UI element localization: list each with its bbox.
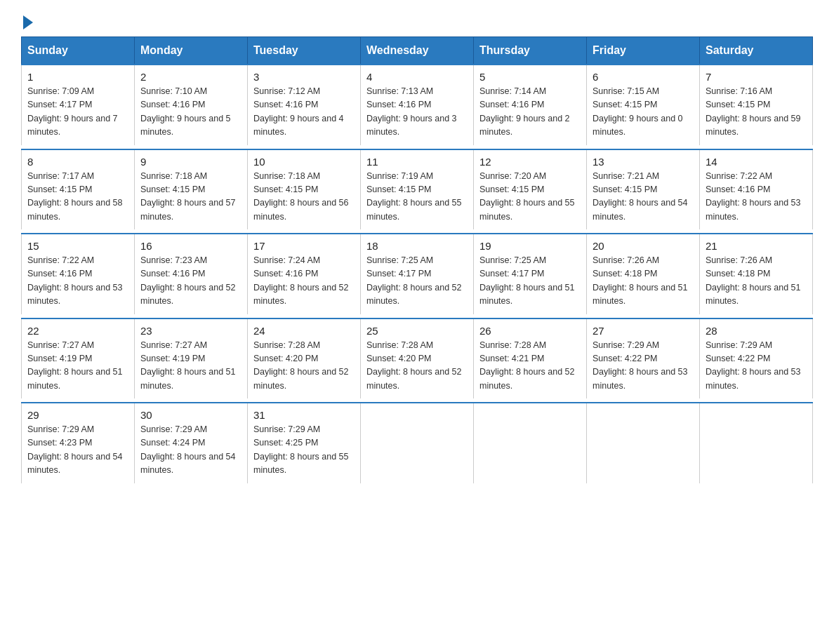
calendar-cell: 30Sunrise: 7:29 AMSunset: 4:24 PMDayligh… [135,403,248,483]
day-number: 10 [253,156,355,168]
calendar-cell: 10Sunrise: 7:18 AMSunset: 4:15 PMDayligh… [248,149,361,230]
calendar-cell: 20Sunrise: 7:26 AMSunset: 4:18 PMDayligh… [587,234,700,314]
calendar-cell: 3Sunrise: 7:12 AMSunset: 4:16 PMDaylight… [248,65,361,145]
day-info: Sunrise: 7:28 AMSunset: 4:21 PMDaylight:… [479,339,581,394]
day-info: Sunrise: 7:26 AMSunset: 4:18 PMDaylight:… [706,254,807,309]
calendar-cell: 13Sunrise: 7:21 AMSunset: 4:15 PMDayligh… [587,149,700,230]
day-number: 23 [140,325,241,337]
calendar-cell: 26Sunrise: 7:28 AMSunset: 4:21 PMDayligh… [474,318,587,399]
calendar-cell [361,403,474,483]
day-number: 13 [593,156,694,168]
calendar-cell: 31Sunrise: 7:29 AMSunset: 4:25 PMDayligh… [248,403,361,483]
calendar-cell: 18Sunrise: 7:25 AMSunset: 4:17 PMDayligh… [361,234,474,314]
calendar-cell: 25Sunrise: 7:28 AMSunset: 4:20 PMDayligh… [361,318,474,399]
day-number: 9 [140,156,241,168]
header-day-monday: Monday [135,37,248,65]
day-number: 16 [140,240,241,252]
day-number: 19 [479,240,581,252]
calendar-cell [587,403,700,483]
header-day-thursday: Thursday [474,37,587,65]
day-info: Sunrise: 7:23 AMSunset: 4:16 PMDaylight:… [140,254,241,309]
day-number: 12 [479,156,581,168]
calendar-cell: 29Sunrise: 7:29 AMSunset: 4:23 PMDayligh… [22,403,135,483]
calendar-cell: 2Sunrise: 7:10 AMSunset: 4:16 PMDaylight… [135,65,248,145]
day-info: Sunrise: 7:09 AMSunset: 4:17 PMDaylight:… [27,85,128,140]
day-info: Sunrise: 7:14 AMSunset: 4:16 PMDaylight:… [479,85,581,140]
day-number: 20 [593,240,694,252]
day-info: Sunrise: 7:29 AMSunset: 4:25 PMDaylight:… [253,423,355,478]
day-info: Sunrise: 7:18 AMSunset: 4:15 PMDaylight:… [253,170,355,224]
calendar-cell: 4Sunrise: 7:13 AMSunset: 4:16 PMDaylight… [361,65,474,145]
day-info: Sunrise: 7:27 AMSunset: 4:19 PMDaylight:… [140,339,241,394]
week-row-3: 15Sunrise: 7:22 AMSunset: 4:16 PMDayligh… [22,234,813,314]
calendar-cell: 11Sunrise: 7:19 AMSunset: 4:15 PMDayligh… [361,149,474,230]
day-number: 6 [593,71,694,83]
day-number: 25 [366,325,468,337]
day-info: Sunrise: 7:24 AMSunset: 4:16 PMDaylight:… [253,254,355,309]
day-info: Sunrise: 7:21 AMSunset: 4:15 PMDaylight:… [593,170,694,224]
calendar-cell: 12Sunrise: 7:20 AMSunset: 4:15 PMDayligh… [474,149,587,230]
calendar-cell: 5Sunrise: 7:14 AMSunset: 4:16 PMDaylight… [474,65,587,145]
week-row-4: 22Sunrise: 7:27 AMSunset: 4:19 PMDayligh… [22,318,813,399]
day-number: 2 [140,71,241,83]
calendar-cell: 16Sunrise: 7:23 AMSunset: 4:16 PMDayligh… [135,234,248,314]
header-day-tuesday: Tuesday [248,37,361,65]
calendar-cell: 7Sunrise: 7:16 AMSunset: 4:15 PMDaylight… [700,65,813,145]
calendar-cell: 6Sunrise: 7:15 AMSunset: 4:15 PMDaylight… [587,65,700,145]
day-info: Sunrise: 7:25 AMSunset: 4:17 PMDaylight:… [366,254,468,309]
day-number: 4 [366,71,468,83]
day-number: 24 [253,325,355,337]
day-number: 5 [479,71,581,83]
day-info: Sunrise: 7:13 AMSunset: 4:16 PMDaylight:… [366,85,468,140]
day-info: Sunrise: 7:22 AMSunset: 4:16 PMDaylight:… [706,170,807,224]
day-number: 3 [253,71,355,83]
calendar-cell [700,403,813,483]
logo-arrow-icon [23,15,33,29]
day-info: Sunrise: 7:18 AMSunset: 4:15 PMDaylight:… [140,170,241,224]
day-number: 14 [706,156,807,168]
day-number: 28 [706,325,807,337]
logo [21,14,33,29]
day-info: Sunrise: 7:16 AMSunset: 4:15 PMDaylight:… [706,85,807,140]
day-number: 31 [253,409,355,421]
day-info: Sunrise: 7:15 AMSunset: 4:15 PMDaylight:… [593,85,694,140]
week-row-1: 1Sunrise: 7:09 AMSunset: 4:17 PMDaylight… [22,65,813,145]
calendar-cell [474,403,587,483]
calendar-cell: 17Sunrise: 7:24 AMSunset: 4:16 PMDayligh… [248,234,361,314]
header-day-friday: Friday [587,37,700,65]
day-number: 7 [706,71,807,83]
header-day-wednesday: Wednesday [361,37,474,65]
day-number: 8 [27,156,128,168]
day-number: 11 [366,156,468,168]
day-info: Sunrise: 7:29 AMSunset: 4:24 PMDaylight:… [140,423,241,478]
day-info: Sunrise: 7:25 AMSunset: 4:17 PMDaylight:… [479,254,581,309]
day-info: Sunrise: 7:26 AMSunset: 4:18 PMDaylight:… [593,254,694,309]
day-info: Sunrise: 7:28 AMSunset: 4:20 PMDaylight:… [366,339,468,394]
calendar-cell: 27Sunrise: 7:29 AMSunset: 4:22 PMDayligh… [587,318,700,399]
calendar-cell: 28Sunrise: 7:29 AMSunset: 4:22 PMDayligh… [700,318,813,399]
day-number: 29 [27,409,128,421]
week-row-5: 29Sunrise: 7:29 AMSunset: 4:23 PMDayligh… [22,403,813,483]
page-header [21,14,813,29]
calendar-cell: 24Sunrise: 7:28 AMSunset: 4:20 PMDayligh… [248,318,361,399]
week-row-2: 8Sunrise: 7:17 AMSunset: 4:15 PMDaylight… [22,149,813,230]
calendar-cell: 21Sunrise: 7:26 AMSunset: 4:18 PMDayligh… [700,234,813,314]
day-number: 26 [479,325,581,337]
day-info: Sunrise: 7:12 AMSunset: 4:16 PMDaylight:… [253,85,355,140]
day-number: 22 [27,325,128,337]
day-number: 27 [593,325,694,337]
calendar-cell: 14Sunrise: 7:22 AMSunset: 4:16 PMDayligh… [700,149,813,230]
calendar-cell: 9Sunrise: 7:18 AMSunset: 4:15 PMDaylight… [135,149,248,230]
day-info: Sunrise: 7:29 AMSunset: 4:22 PMDaylight:… [706,339,807,394]
day-info: Sunrise: 7:20 AMSunset: 4:15 PMDaylight:… [479,170,581,224]
header-day-sunday: Sunday [22,37,135,65]
day-info: Sunrise: 7:17 AMSunset: 4:15 PMDaylight:… [27,170,128,224]
day-info: Sunrise: 7:22 AMSunset: 4:16 PMDaylight:… [27,254,128,309]
day-number: 21 [706,240,807,252]
calendar-cell: 22Sunrise: 7:27 AMSunset: 4:19 PMDayligh… [22,318,135,399]
calendar-cell: 15Sunrise: 7:22 AMSunset: 4:16 PMDayligh… [22,234,135,314]
day-info: Sunrise: 7:29 AMSunset: 4:22 PMDaylight:… [593,339,694,394]
day-number: 30 [140,409,241,421]
header-row: SundayMondayTuesdayWednesdayThursdayFrid… [22,37,813,65]
calendar-cell: 23Sunrise: 7:27 AMSunset: 4:19 PMDayligh… [135,318,248,399]
